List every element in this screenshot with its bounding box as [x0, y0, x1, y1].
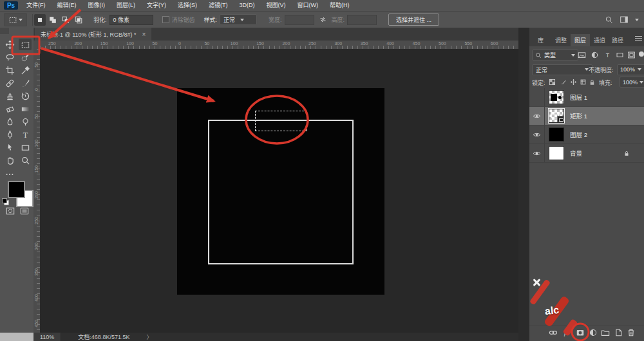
intersect-selection-button[interactable] [73, 14, 84, 26]
menu-item[interactable]: 滤镜(T) [203, 0, 234, 11]
shape-filter-button[interactable] [614, 50, 625, 60]
menu-item[interactable]: 3D(D) [234, 0, 261, 11]
tool-zoom-button[interactable] [19, 154, 32, 166]
visibility-toggle[interactable] [529, 125, 545, 143]
tab-close-icon[interactable]: × [142, 31, 146, 38]
layer-row[interactable]: 背景 [529, 144, 644, 163]
swap-width-height-icon[interactable] [319, 15, 327, 24]
chevron-down-icon[interactable] [635, 19, 639, 21]
tool-brush-button[interactable] [19, 77, 32, 89]
adjustment-filter-button[interactable] [589, 50, 600, 60]
layer-row[interactable]: 图层 1 [529, 88, 644, 107]
new-group-button[interactable] [600, 327, 611, 338]
menu-item[interactable]: 帮助(H) [324, 0, 355, 11]
menu-item[interactable]: 视图(V) [261, 0, 292, 11]
tool-hand-button[interactable] [3, 154, 16, 166]
tool-pen-button[interactable] [3, 129, 16, 140]
panel-tab[interactable]: 调整 [551, 34, 571, 46]
add-to-selection-button[interactable] [47, 14, 59, 26]
panel-tab[interactable]: 通道 [590, 34, 609, 46]
subtract-from-selection-button[interactable] [60, 14, 71, 26]
layer-row[interactable]: 图层 2 [529, 125, 644, 144]
foreground-color-swatch[interactable] [8, 181, 25, 198]
tool-gradient-button[interactable] [19, 103, 32, 115]
menu-item[interactable]: 选择(S) [172, 0, 203, 11]
visibility-toggle[interactable] [529, 107, 545, 125]
pixel-filter-button[interactable] [576, 50, 587, 60]
menu-item[interactable]: 窗口(W) [292, 0, 325, 11]
tool-eyedropper-button[interactable] [19, 64, 32, 76]
menu-item[interactable]: 文件(F) [21, 0, 52, 11]
lock-image-pixels-button[interactable] [558, 77, 568, 87]
tool-rectangular-marquee-button[interactable] [19, 39, 32, 50]
tool-eraser-button[interactable] [3, 103, 16, 115]
smartobject-filter-button[interactable] [625, 50, 637, 60]
tool-dodge-button[interactable] [19, 116, 32, 127]
lock-all-button[interactable] [587, 77, 597, 87]
quick-mask-button[interactable] [5, 207, 15, 216]
toolbar-collapse-grip[interactable] [0, 28, 9, 34]
search-icon[interactable] [605, 15, 613, 24]
lock-artboard-button[interactable] [578, 77, 588, 87]
lock-position-button[interactable] [569, 77, 578, 87]
lock-transparent-pixels-button[interactable] [547, 77, 557, 87]
tool-clone-stamp-button[interactable] [3, 90, 16, 102]
panel-menu-icon[interactable] [635, 36, 642, 42]
layer-filter-type-select[interactable]: 类型 [532, 50, 578, 60]
workspace-icon[interactable] [620, 15, 629, 24]
brush-icon [21, 78, 30, 88]
select-and-mask-button[interactable]: 选择并遮住 ... [388, 14, 439, 26]
fill-select[interactable]: 100% [620, 77, 644, 88]
ruler-label: 200 [74, 41, 82, 46]
tool-history-brush-button[interactable] [19, 90, 32, 102]
tool-crop-button[interactable] [3, 64, 16, 76]
panel-tab[interactable]: 库 [534, 34, 547, 46]
document-tab[interactable]: 未标题-1 @ 110% (矩形 1, RGB/8#) * × [35, 28, 151, 41]
panel-tab[interactable]: 路径 [608, 34, 627, 46]
marquee-selection[interactable] [255, 111, 307, 131]
canvas-work-area[interactable] [40, 49, 518, 333]
visibility-toggle[interactable] [529, 88, 545, 106]
panel-tab[interactable]: 图层 [571, 34, 590, 46]
menu-item[interactable]: 编辑(E) [52, 0, 82, 11]
chevron-down-icon [638, 68, 641, 71]
opacity-select[interactable]: 100% [617, 64, 644, 75]
status-options-chevron-icon[interactable]: 〉 [146, 333, 152, 341]
blend-mode-value: 正常 [536, 66, 547, 74]
more-tools-button[interactable] [3, 169, 16, 180]
link-layers-button[interactable] [547, 327, 559, 338]
horizontal-ruler[interactable]: 2502001501005005010015020025030035040045… [40, 41, 518, 50]
type-filter-button[interactable]: T [601, 50, 613, 60]
tool-blur-button[interactable] [3, 116, 16, 127]
adjustment-layer-button[interactable] [587, 327, 599, 338]
menu-item[interactable]: 图像(I) [82, 0, 111, 11]
tool-move-button[interactable] [3, 39, 16, 50]
tool-quick-selection-button[interactable] [19, 51, 32, 63]
menu-item[interactable]: 文字(Y) [141, 0, 172, 11]
document-canvas[interactable] [177, 88, 384, 295]
tool-type-button[interactable]: T [19, 129, 32, 140]
screen-mode-button[interactable] [19, 207, 30, 216]
blend-mode-select[interactable]: 正常 [532, 64, 592, 75]
style-select[interactable]: 正常 [220, 14, 257, 25]
tool-path-selection-button[interactable] [3, 142, 16, 153]
delete-layer-button[interactable] [625, 327, 637, 338]
tool-preset-dropdown[interactable] [4, 13, 27, 26]
layer-name: 图层 1 [570, 93, 644, 102]
tool-rectangle-shape-button[interactable] [19, 142, 32, 153]
menu-item[interactable]: 图层(L) [111, 0, 141, 11]
default-colors-icon[interactable] [2, 198, 9, 205]
layer-row[interactable]: 矩形 1 [529, 107, 644, 125]
filter-toggle[interactable] [639, 51, 644, 57]
new-layer-button[interactable] [612, 327, 624, 338]
visibility-toggle[interactable] [529, 144, 545, 162]
layer-style-button[interactable]: fx [562, 327, 573, 338]
feather-input[interactable]: 0 像素 [109, 15, 153, 25]
tool-spot-healing-button[interactable] [3, 77, 16, 89]
add-layer-mask-button[interactable] [574, 327, 586, 338]
tool-lasso-button[interactable] [3, 51, 16, 63]
new-selection-button[interactable] [34, 14, 46, 26]
antialias-checkbox[interactable] [162, 16, 169, 23]
tool-options-bar: 羽化: 0 像素 消除锯齿 样式: 正常 宽度: 高度: 选择并遮住 ... [0, 12, 644, 28]
zoom-level-field[interactable]: 110% [33, 333, 61, 341]
